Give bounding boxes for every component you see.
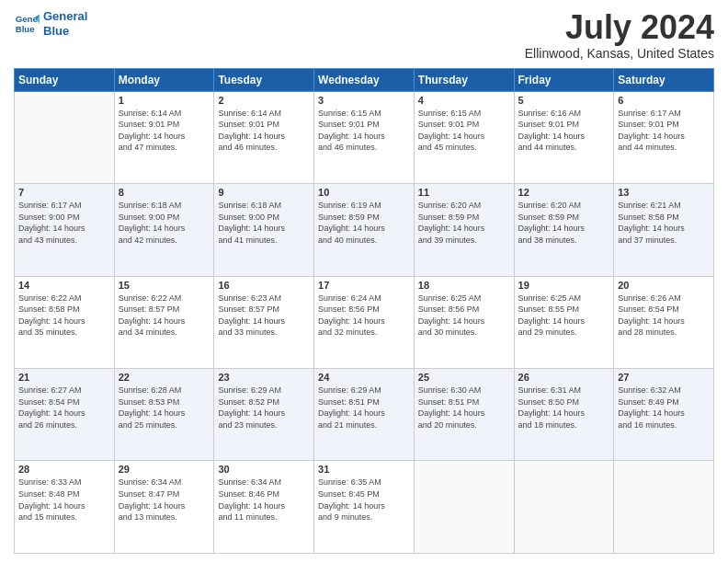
calendar-cell	[15, 91, 115, 183]
day-info: Sunrise: 6:18 AM Sunset: 9:00 PM Dayligh…	[218, 200, 310, 246]
day-info: Sunrise: 6:15 AM Sunset: 9:01 PM Dayligh…	[418, 108, 510, 154]
weekday-header-thursday: Thursday	[414, 68, 514, 91]
weekday-header-saturday: Saturday	[614, 68, 714, 91]
calendar-week-row-5: 28Sunrise: 6:33 AM Sunset: 8:48 PM Dayli…	[15, 461, 714, 554]
day-number: 22	[119, 372, 210, 383]
calendar-week-row-2: 7Sunrise: 6:17 AM Sunset: 9:00 PM Daylig…	[15, 184, 714, 276]
day-info: Sunrise: 6:34 AM Sunset: 8:47 PM Dayligh…	[119, 477, 210, 523]
day-info: Sunrise: 6:18 AM Sunset: 9:00 PM Dayligh…	[119, 200, 210, 246]
weekday-header-tuesday: Tuesday	[214, 68, 314, 91]
calendar-cell: 4Sunrise: 6:15 AM Sunset: 9:01 PM Daylig…	[414, 91, 514, 183]
day-info: Sunrise: 6:25 AM Sunset: 8:56 PM Dayligh…	[418, 293, 510, 339]
day-number: 11	[418, 187, 510, 198]
weekday-header-wednesday: Wednesday	[314, 68, 415, 91]
day-number: 28	[18, 464, 110, 475]
day-info: Sunrise: 6:27 AM Sunset: 8:54 PM Dayligh…	[18, 385, 110, 431]
calendar-cell: 28Sunrise: 6:33 AM Sunset: 8:48 PM Dayli…	[15, 461, 115, 554]
day-info: Sunrise: 6:20 AM Sunset: 8:59 PM Dayligh…	[518, 200, 610, 246]
day-number: 18	[418, 280, 510, 291]
main-title: July 2024	[525, 9, 714, 46]
day-number: 17	[318, 280, 410, 291]
day-info: Sunrise: 6:17 AM Sunset: 9:01 PM Dayligh…	[618, 108, 710, 154]
day-number: 8	[119, 187, 210, 198]
day-info: Sunrise: 6:20 AM Sunset: 8:59 PM Dayligh…	[418, 200, 510, 246]
day-number: 31	[318, 464, 410, 475]
calendar-cell: 27Sunrise: 6:32 AM Sunset: 8:49 PM Dayli…	[614, 369, 714, 461]
day-info: Sunrise: 6:35 AM Sunset: 8:45 PM Dayligh…	[318, 477, 410, 523]
calendar-header-row: SundayMondayTuesdayWednesdayThursdayFrid…	[15, 68, 714, 91]
calendar-cell: 18Sunrise: 6:25 AM Sunset: 8:56 PM Dayli…	[414, 276, 514, 368]
calendar-table: SundayMondayTuesdayWednesdayThursdayFrid…	[14, 68, 714, 554]
calendar-cell: 29Sunrise: 6:34 AM Sunset: 8:47 PM Dayli…	[114, 461, 214, 554]
day-info: Sunrise: 6:19 AM Sunset: 8:59 PM Dayligh…	[318, 200, 410, 246]
calendar-cell: 11Sunrise: 6:20 AM Sunset: 8:59 PM Dayli…	[414, 184, 514, 276]
weekday-header-friday: Friday	[514, 68, 614, 91]
header: General Blue General Blue July 2024 Elli…	[14, 9, 714, 61]
calendar-cell: 9Sunrise: 6:18 AM Sunset: 9:00 PM Daylig…	[214, 184, 314, 276]
day-number: 19	[518, 280, 610, 291]
day-info: Sunrise: 6:14 AM Sunset: 9:01 PM Dayligh…	[119, 108, 210, 154]
day-number: 1	[119, 95, 210, 106]
day-number: 27	[618, 372, 710, 383]
logo-text-general: General	[43, 9, 87, 24]
title-block: July 2024 Ellinwood, Kansas, United Stat…	[525, 9, 714, 61]
day-number: 21	[18, 372, 110, 383]
day-info: Sunrise: 6:26 AM Sunset: 8:54 PM Dayligh…	[618, 293, 710, 339]
day-info: Sunrise: 6:34 AM Sunset: 8:46 PM Dayligh…	[218, 477, 310, 523]
svg-text:Blue: Blue	[16, 23, 35, 33]
day-number: 16	[218, 280, 310, 291]
day-number: 20	[618, 280, 710, 291]
calendar-cell: 12Sunrise: 6:20 AM Sunset: 8:59 PM Dayli…	[514, 184, 614, 276]
day-info: Sunrise: 6:25 AM Sunset: 8:55 PM Dayligh…	[518, 293, 610, 339]
day-info: Sunrise: 6:28 AM Sunset: 8:53 PM Dayligh…	[119, 385, 210, 431]
weekday-header-monday: Monday	[114, 68, 214, 91]
logo-icon: General Blue	[14, 11, 40, 37]
logo: General Blue General Blue	[14, 9, 87, 38]
day-number: 23	[218, 372, 310, 383]
calendar-cell: 3Sunrise: 6:15 AM Sunset: 9:01 PM Daylig…	[314, 91, 415, 183]
day-number: 24	[318, 372, 410, 383]
calendar-cell: 5Sunrise: 6:16 AM Sunset: 9:01 PM Daylig…	[514, 91, 614, 183]
day-info: Sunrise: 6:21 AM Sunset: 8:58 PM Dayligh…	[618, 200, 710, 246]
calendar-cell: 15Sunrise: 6:22 AM Sunset: 8:57 PM Dayli…	[114, 276, 214, 368]
day-info: Sunrise: 6:33 AM Sunset: 8:48 PM Dayligh…	[18, 477, 110, 523]
calendar-cell: 7Sunrise: 6:17 AM Sunset: 9:00 PM Daylig…	[15, 184, 115, 276]
calendar-cell: 10Sunrise: 6:19 AM Sunset: 8:59 PM Dayli…	[314, 184, 415, 276]
day-number: 6	[618, 95, 710, 106]
day-number: 10	[318, 187, 410, 198]
calendar-cell: 17Sunrise: 6:24 AM Sunset: 8:56 PM Dayli…	[314, 276, 415, 368]
day-number: 12	[518, 187, 610, 198]
calendar-cell: 8Sunrise: 6:18 AM Sunset: 9:00 PM Daylig…	[114, 184, 214, 276]
day-number: 9	[218, 187, 310, 198]
calendar-cell: 23Sunrise: 6:29 AM Sunset: 8:52 PM Dayli…	[214, 369, 314, 461]
calendar-week-row-1: 1Sunrise: 6:14 AM Sunset: 9:01 PM Daylig…	[15, 91, 714, 183]
calendar-cell: 16Sunrise: 6:23 AM Sunset: 8:57 PM Dayli…	[214, 276, 314, 368]
subtitle: Ellinwood, Kansas, United States	[525, 46, 714, 61]
day-info: Sunrise: 6:23 AM Sunset: 8:57 PM Dayligh…	[218, 293, 310, 339]
calendar-cell: 24Sunrise: 6:29 AM Sunset: 8:51 PM Dayli…	[314, 369, 415, 461]
day-number: 14	[18, 280, 110, 291]
calendar-cell: 14Sunrise: 6:22 AM Sunset: 8:58 PM Dayli…	[15, 276, 115, 368]
day-number: 3	[318, 95, 410, 106]
calendar-cell: 1Sunrise: 6:14 AM Sunset: 9:01 PM Daylig…	[114, 91, 214, 183]
calendar-cell: 13Sunrise: 6:21 AM Sunset: 8:58 PM Dayli…	[614, 184, 714, 276]
calendar-cell	[414, 461, 514, 554]
day-number: 25	[418, 372, 510, 383]
day-info: Sunrise: 6:30 AM Sunset: 8:51 PM Dayligh…	[418, 385, 510, 431]
page: General Blue General Blue July 2024 Elli…	[0, 0, 728, 563]
day-number: 5	[518, 95, 610, 106]
day-info: Sunrise: 6:15 AM Sunset: 9:01 PM Dayligh…	[318, 108, 410, 154]
day-info: Sunrise: 6:29 AM Sunset: 8:51 PM Dayligh…	[318, 385, 410, 431]
day-info: Sunrise: 6:16 AM Sunset: 9:01 PM Dayligh…	[518, 108, 610, 154]
calendar-cell: 6Sunrise: 6:17 AM Sunset: 9:01 PM Daylig…	[614, 91, 714, 183]
calendar-cell	[614, 461, 714, 554]
day-number: 30	[218, 464, 310, 475]
day-info: Sunrise: 6:31 AM Sunset: 8:50 PM Dayligh…	[518, 385, 610, 431]
day-number: 7	[18, 187, 110, 198]
calendar-cell: 25Sunrise: 6:30 AM Sunset: 8:51 PM Dayli…	[414, 369, 514, 461]
calendar-cell	[514, 461, 614, 554]
calendar-cell: 19Sunrise: 6:25 AM Sunset: 8:55 PM Dayli…	[514, 276, 614, 368]
day-info: Sunrise: 6:14 AM Sunset: 9:01 PM Dayligh…	[218, 108, 310, 154]
calendar-cell: 30Sunrise: 6:34 AM Sunset: 8:46 PM Dayli…	[214, 461, 314, 554]
day-info: Sunrise: 6:17 AM Sunset: 9:00 PM Dayligh…	[18, 200, 110, 246]
